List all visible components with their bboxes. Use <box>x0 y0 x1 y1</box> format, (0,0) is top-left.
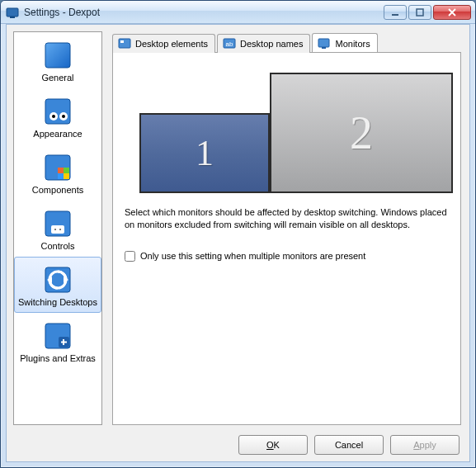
svg-point-7 <box>52 115 55 118</box>
sidebar-item-label: Components <box>16 185 99 195</box>
general-icon <box>44 41 72 69</box>
svg-rect-5 <box>45 99 70 124</box>
components-icon <box>44 154 72 182</box>
minimize-button[interactable] <box>384 5 407 20</box>
svg-rect-12 <box>64 168 69 173</box>
controls-icon <box>44 210 72 238</box>
sidebar-item-plugins[interactable]: Plugins and Extras <box>14 313 101 369</box>
app-icon <box>6 6 19 19</box>
monitor-selection-area: 2 1 <box>125 73 449 196</box>
tab-monitors[interactable]: Monitors <box>312 33 377 52</box>
sidebar-item-label: Appearance <box>16 129 99 139</box>
sidebar-item-label: Switching Desktops <box>16 297 99 307</box>
button-bar: OK Cancel Apply <box>238 435 460 455</box>
svg-rect-1 <box>10 17 15 18</box>
svg-rect-2 <box>392 14 398 16</box>
sidebar-item-label: General <box>16 73 99 83</box>
sidebar-item-switching-desktops[interactable]: Switching Desktops <box>14 257 101 313</box>
sidebar-item-components[interactable]: Components <box>14 144 101 201</box>
window-title: Settings - Dexpot <box>24 7 384 18</box>
monitor-number: 1 <box>196 132 214 174</box>
svg-text:ab: ab <box>226 40 233 48</box>
svg-rect-22 <box>119 39 130 48</box>
client-area: General Appearance Components Controls <box>6 24 470 462</box>
tab-desktop-names[interactable]: ab Desktop names <box>217 34 310 53</box>
monitor-1[interactable]: 1 <box>139 113 270 193</box>
tab-label: Desktop names <box>240 39 303 49</box>
ok-button[interactable]: OK <box>238 435 308 455</box>
description-text: Select which monitors should be affected… <box>125 206 449 231</box>
titlebar[interactable]: Settings - Dexpot <box>1 1 475 24</box>
svg-rect-16 <box>51 225 64 234</box>
svg-rect-4 <box>45 43 70 68</box>
tab-label: Monitors <box>335 39 370 49</box>
sidebar-item-appearance[interactable]: Appearance <box>14 88 101 144</box>
monitor-number: 2 <box>350 106 373 159</box>
svg-rect-27 <box>322 47 326 49</box>
monitor-2[interactable]: 2 <box>270 73 453 193</box>
close-button[interactable] <box>433 5 471 20</box>
tab-label: Desktop elements <box>135 39 208 49</box>
svg-rect-26 <box>318 39 329 47</box>
apply-button: Apply <box>390 435 460 455</box>
svg-rect-0 <box>7 8 18 17</box>
settings-window: Settings - Dexpot General <box>0 0 476 468</box>
switching-icon <box>44 266 72 294</box>
checkbox-label: Only use this setting when multiple moni… <box>140 251 365 261</box>
svg-point-9 <box>62 115 65 118</box>
sidebar: General Appearance Components Controls <box>13 31 102 425</box>
svg-rect-3 <box>417 9 423 16</box>
only-multi-monitor-checkbox[interactable] <box>125 251 135 262</box>
desktop-names-icon: ab <box>223 37 236 50</box>
tab-desktop-elements[interactable]: Desktop elements <box>112 34 215 53</box>
svg-rect-23 <box>120 40 124 43</box>
cancel-button[interactable]: Cancel <box>314 435 384 455</box>
svg-point-18 <box>59 229 61 230</box>
only-multi-monitor-checkbox-row[interactable]: Only use this setting when multiple moni… <box>125 251 449 262</box>
tab-panel-monitors: 2 1 Select which monitors should be affe… <box>112 53 461 425</box>
svg-rect-13 <box>58 173 64 179</box>
tabstrip: Desktop elements ab Desktop names Monito… <box>112 33 461 53</box>
monitors-icon <box>318 37 331 50</box>
desktop-elements-icon <box>118 37 131 50</box>
maximize-button[interactable] <box>408 5 431 20</box>
plugins-icon <box>44 322 72 350</box>
appearance-icon <box>44 97 72 125</box>
sidebar-item-general[interactable]: General <box>14 32 101 88</box>
svg-rect-14 <box>64 173 69 179</box>
svg-rect-11 <box>58 168 64 173</box>
svg-point-17 <box>54 229 56 230</box>
sidebar-item-controls[interactable]: Controls <box>14 201 101 257</box>
sidebar-item-label: Controls <box>16 241 99 251</box>
sidebar-item-label: Plugins and Extras <box>16 353 99 363</box>
